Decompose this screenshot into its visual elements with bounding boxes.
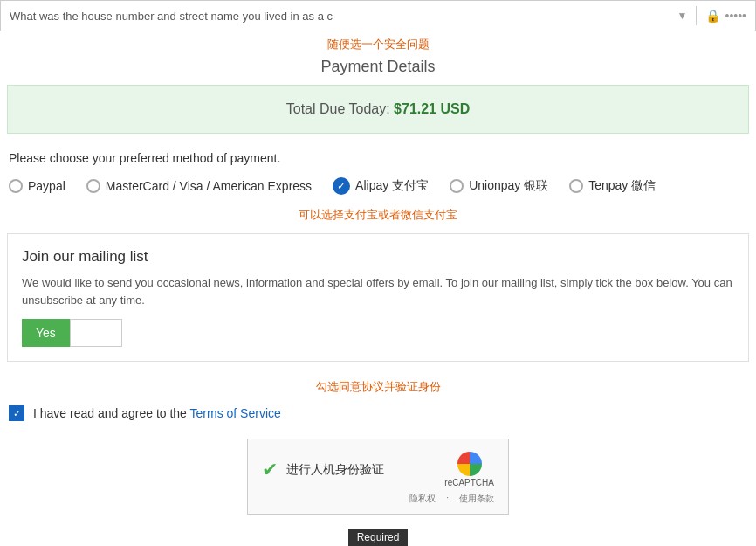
check-alipay[interactable]: ✓ bbox=[333, 177, 350, 195]
hint-agree-terms: 勾选同意协议并验证身份 bbox=[0, 376, 756, 398]
terms-checkbox[interactable]: ✓ bbox=[9, 405, 24, 421]
radio-mastercard[interactable] bbox=[86, 179, 100, 193]
lock-area: 🔒 ••••• bbox=[705, 9, 746, 23]
hint-security-question: 随便选一个安全问题 bbox=[0, 31, 756, 54]
payment-options: Paypal MasterCard / Visa / American Expr… bbox=[0, 174, 756, 204]
payment-choose-label: Please choose your preferred method of p… bbox=[0, 148, 756, 174]
radio-tenpay[interactable] bbox=[569, 179, 583, 193]
total-amount: $71.21 USD bbox=[394, 101, 470, 116]
mailing-buttons: Yes bbox=[22, 319, 734, 347]
payment-option-mastercard[interactable]: MasterCard / Visa / American Express bbox=[86, 179, 312, 193]
captcha-separator: · bbox=[446, 493, 449, 505]
payment-option-unionpay[interactable]: Unionpay 银联 bbox=[450, 178, 548, 194]
tenpay-label: Tenpay 微信 bbox=[588, 178, 656, 194]
mailing-title: Join our mailing list bbox=[22, 248, 734, 266]
radio-unionpay[interactable] bbox=[450, 179, 464, 193]
required-badge: Required bbox=[348, 529, 409, 546]
captcha-check: ✔ 进行人机身份验证 bbox=[262, 459, 384, 481]
captcha-terms-link[interactable]: 使用条款 bbox=[459, 493, 494, 505]
recaptcha-icon bbox=[457, 452, 482, 476]
terms-text: I have read and agree to the Terms of Se… bbox=[33, 406, 281, 420]
captcha-container[interactable]: ✔ 进行人机身份验证 reCAPTCHA 隐私权 · 使用条款 bbox=[247, 439, 509, 515]
required-wrapper: Required bbox=[0, 525, 756, 546]
mastercard-label: MasterCard / Visa / American Express bbox=[106, 179, 312, 193]
total-label: Total Due Today: bbox=[286, 101, 390, 116]
paypal-label: Paypal bbox=[28, 179, 65, 193]
captcha-label: 进行人机身份验证 bbox=[286, 462, 384, 478]
mailing-yes-button[interactable]: Yes bbox=[22, 319, 70, 347]
captcha-inner: ✔ 进行人机身份验证 reCAPTCHA bbox=[262, 452, 494, 487]
terms-row: ✓ I have read and agree to the Terms of … bbox=[0, 398, 756, 428]
payment-option-tenpay[interactable]: Tenpay 微信 bbox=[569, 178, 656, 194]
mailing-section: Join our mailing list We would like to s… bbox=[7, 233, 749, 362]
lock-icon: 🔒 bbox=[705, 9, 720, 23]
unionpay-label: Unionpay 银联 bbox=[469, 178, 548, 194]
divider bbox=[696, 6, 697, 25]
recaptcha-text: reCAPTCHA bbox=[444, 478, 494, 487]
hint-payment-alipay: 可以选择支付宝或者微信支付宝 bbox=[0, 204, 756, 226]
total-due-box: Total Due Today: $71.21 USD bbox=[7, 85, 749, 134]
captcha-privacy-link[interactable]: 隐私权 bbox=[409, 493, 436, 505]
payment-option-paypal[interactable]: Paypal bbox=[9, 179, 65, 193]
payment-option-alipay[interactable]: ✓ Alipay 支付宝 bbox=[333, 177, 429, 195]
radio-paypal[interactable] bbox=[9, 179, 23, 193]
chevron-down-icon[interactable]: ▼ bbox=[677, 10, 688, 22]
recaptcha-logo: reCAPTCHA bbox=[444, 452, 494, 487]
question-text: What was the house number and street nam… bbox=[10, 10, 669, 23]
terms-of-service-link[interactable]: Terms of Service bbox=[190, 406, 281, 420]
payment-section-title: Payment Details bbox=[0, 54, 756, 85]
password-dots: ••••• bbox=[725, 9, 746, 23]
security-question-bar: What was the house number and street nam… bbox=[0, 0, 756, 31]
mailing-body: We would like to send you occasional new… bbox=[22, 274, 734, 308]
alipay-label: Alipay 支付宝 bbox=[355, 178, 429, 194]
captcha-checkmark-icon: ✔ bbox=[262, 459, 278, 481]
captcha-footer: 隐私权 · 使用条款 bbox=[262, 493, 494, 505]
mailing-no-input[interactable] bbox=[70, 319, 122, 347]
